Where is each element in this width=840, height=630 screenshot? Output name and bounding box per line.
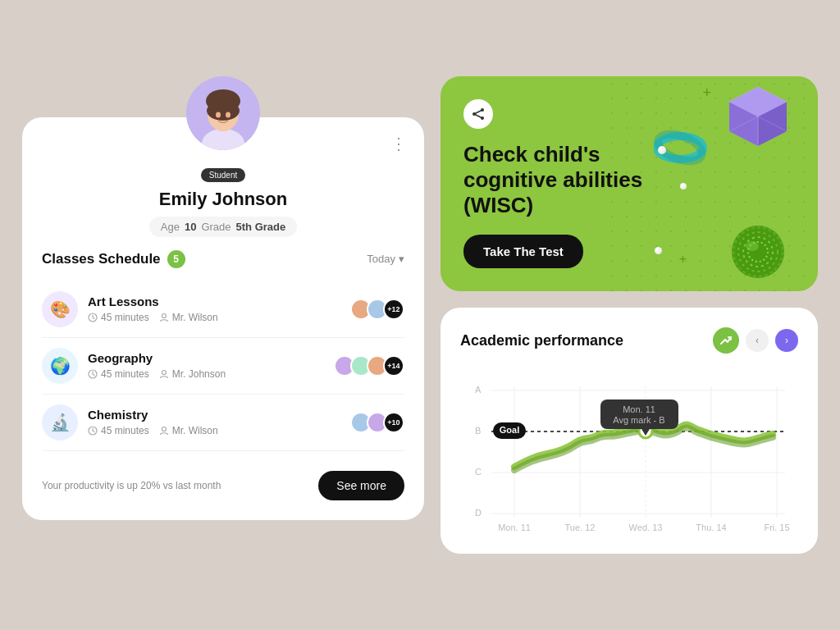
schedule-count-badge: 5: [167, 250, 185, 268]
svg-text:Mon. 11: Mon. 11: [623, 404, 655, 414]
svg-text:Thu. 14: Thu. 14: [696, 523, 726, 532]
productivity-text: Your productivity is up 20% vs last mont…: [42, 480, 221, 491]
productivity-bar: Your productivity is up 20% vs last mont…: [42, 464, 404, 500]
performance-header: Academic performance ‹ ›: [460, 327, 798, 354]
svg-point-7: [226, 112, 231, 117]
chart-next-button[interactable]: ›: [775, 329, 798, 352]
svg-point-29: [732, 226, 784, 278]
geo-avatars: +14: [334, 355, 404, 377]
svg-point-5: [207, 101, 240, 121]
svg-point-6: [216, 112, 221, 117]
performance-chart: A B C D Goal: [460, 370, 798, 534]
art-meta: 45 minutes Mr. Wilson: [88, 312, 340, 323]
chart-prev-button[interactable]: ‹: [746, 329, 769, 352]
performance-title: Academic performance: [460, 332, 623, 349]
wisc-card: Check child's cognitive abilities (WISC)…: [441, 76, 818, 292]
trend-arrow-icon: [719, 334, 733, 347]
small-sphere: [658, 146, 666, 154]
person-icon: [159, 313, 169, 322]
avatar-count-geo: +14: [383, 355, 404, 377]
main-container: ⋮ Student Emily Johnson Age 10 Grade 5th…: [22, 76, 818, 555]
performance-card: Academic performance ‹ › A B C D: [441, 308, 818, 554]
chem-name: Chemistry: [88, 408, 340, 422]
student-name: Emily Johnson: [42, 189, 404, 210]
schedule-title: Classes Schedule: [42, 251, 161, 267]
art-duration: 45 minutes: [88, 312, 149, 323]
clock-icon: [88, 426, 98, 436]
person-icon: [159, 426, 169, 436]
avatar: [186, 76, 260, 150]
chem-teacher: Mr. Wilson: [159, 425, 218, 436]
today-filter-button[interactable]: Today ▾: [367, 253, 404, 265]
svg-text:A: A: [475, 385, 482, 395]
plus-decoration: +: [679, 252, 687, 267]
svg-text:C: C: [475, 467, 482, 477]
chevron-down-icon: ▾: [399, 253, 404, 265]
class-item-chem: 🔬 Chemistry 45 minutes Mr. Wilson: [42, 395, 404, 451]
cube-decoration: [719, 80, 797, 154]
geo-name: Geography: [88, 351, 324, 365]
class-item-geo: 🌍 Geography 45 minutes Mr. Johnson: [42, 338, 404, 395]
see-more-button[interactable]: See more: [318, 471, 404, 500]
svg-point-9: [162, 314, 166, 318]
share-icon: [472, 107, 485, 121]
sphere-decoration: [728, 221, 789, 283]
age-value: 10: [185, 221, 196, 233]
avatar-count-chem: +10: [383, 412, 404, 433]
svg-text:Goal: Goal: [500, 425, 519, 435]
svg-point-11: [162, 371, 166, 375]
svg-text:Mon. 11: Mon. 11: [498, 523, 531, 532]
schedule-header: Classes Schedule 5 Today ▾: [42, 250, 404, 268]
svg-point-13: [162, 427, 166, 431]
trend-icon: [713, 327, 739, 354]
chem-meta: 45 minutes Mr. Wilson: [88, 425, 340, 436]
student-badge: Student: [201, 168, 245, 182]
chem-icon: 🔬: [42, 404, 78, 441]
svg-text:Tue. 12: Tue. 12: [565, 523, 596, 532]
clock-icon: [88, 369, 98, 379]
profile-card: ⋮ Student Emily Johnson Age 10 Grade 5th…: [22, 117, 424, 520]
svg-text:Wed. 13: Wed. 13: [629, 523, 663, 532]
geo-teacher: Mr. Johnson: [159, 368, 226, 380]
art-avatars: +12: [350, 299, 404, 320]
class-item-art: 🎨 Art Lessons 45 minutes Mr. Wilson: [42, 281, 404, 338]
wisc-decorations: + +: [637, 76, 801, 292]
svg-point-34: [746, 241, 759, 251]
svg-text:Fri. 15: Fri. 15: [764, 523, 789, 532]
art-teacher: Mr. Wilson: [159, 312, 218, 323]
geo-duration: 45 minutes: [88, 368, 149, 380]
student-info: Age 10 Grade 5th Grade: [149, 217, 297, 237]
small-sphere: [680, 183, 687, 189]
svg-text:B: B: [475, 426, 481, 436]
more-options-button[interactable]: ⋮: [390, 134, 408, 153]
small-sphere: [655, 247, 662, 254]
chem-avatars: +10: [350, 412, 404, 433]
geo-info: Geography 45 minutes Mr. Johnson: [88, 351, 324, 380]
share-button[interactable]: [463, 99, 493, 129]
svg-line-17: [474, 110, 482, 114]
svg-line-18: [474, 114, 482, 118]
grade-value: 5th Grade: [236, 221, 286, 233]
avatar-image: [186, 76, 260, 150]
chem-duration: 45 minutes: [88, 425, 149, 436]
svg-text:Avg mark - B: Avg mark - B: [613, 415, 664, 425]
chem-info: Chemistry 45 minutes Mr. Wilson: [88, 408, 340, 436]
svg-text:D: D: [475, 508, 482, 518]
avatar-wrapper: [186, 76, 260, 150]
art-info: Art Lessons 45 minutes Mr. Wilson: [88, 294, 340, 323]
clock-icon: [88, 313, 98, 322]
plus-decoration: +: [702, 84, 711, 102]
profile-header: Student Emily Johnson Age 10 Grade 5th G…: [42, 167, 404, 237]
take-test-button[interactable]: Take The Test: [463, 235, 583, 268]
art-name: Art Lessons: [88, 294, 340, 308]
geo-icon: 🌍: [42, 348, 78, 384]
avatar-count-art: +12: [383, 299, 404, 320]
art-icon: 🎨: [42, 291, 78, 327]
today-label: Today: [367, 253, 395, 265]
grade-label: Grade: [201, 221, 231, 233]
age-label: Age: [161, 221, 180, 233]
geo-meta: 45 minutes Mr. Johnson: [88, 368, 324, 380]
performance-controls: ‹ ›: [713, 327, 798, 354]
chart-area: A B C D Goal: [460, 370, 798, 534]
person-icon: [159, 369, 169, 379]
